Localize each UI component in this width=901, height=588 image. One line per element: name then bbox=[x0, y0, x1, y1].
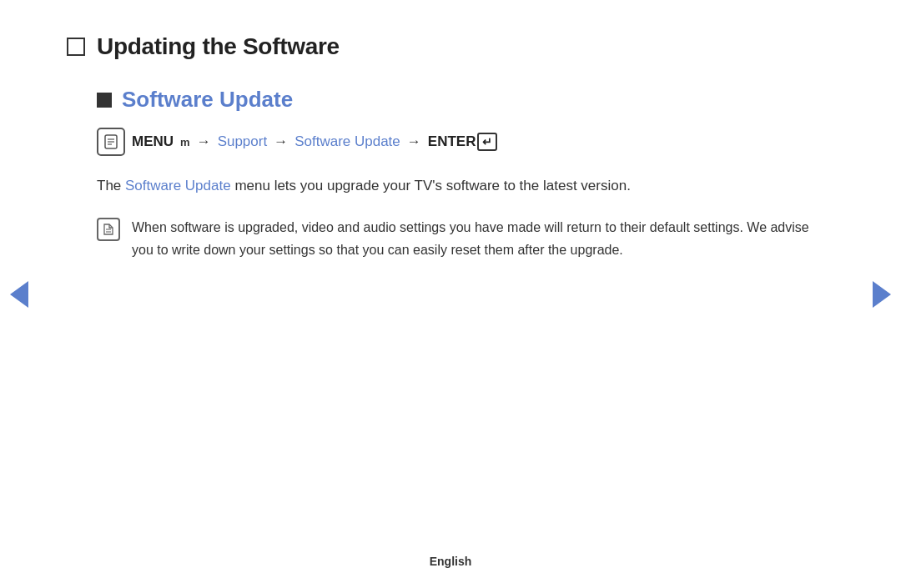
enter-icon: ↵ bbox=[477, 133, 497, 151]
arrow-3: → bbox=[407, 133, 421, 150]
section-heading: Software Update bbox=[97, 87, 834, 113]
next-page-arrow[interactable] bbox=[873, 281, 891, 308]
note-block: When software is upgraded, video and aud… bbox=[97, 217, 814, 261]
description-highlight: Software Update bbox=[125, 178, 231, 193]
page-container: Updating the Software Software Update ME… bbox=[0, 0, 901, 588]
arrow-1: → bbox=[197, 133, 211, 150]
note-icon bbox=[97, 218, 120, 241]
note-text: When software is upgraded, video and aud… bbox=[132, 217, 814, 261]
section: Software Update MENU m → Support → Softw… bbox=[97, 87, 834, 261]
footer-language: English bbox=[430, 555, 472, 568]
main-heading: Updating the Software bbox=[67, 33, 834, 60]
arrow-2: → bbox=[274, 133, 288, 150]
menu-path: MENU m → Support → Software Update → ENT… bbox=[97, 128, 834, 156]
checkbox-icon bbox=[67, 38, 85, 56]
section-square-icon bbox=[97, 93, 112, 108]
section-title: Software Update bbox=[122, 87, 293, 113]
enter-button-label: ENTER↵ bbox=[428, 133, 498, 151]
software-update-link: Software Update bbox=[294, 133, 400, 150]
menu-superscript: m bbox=[180, 136, 190, 148]
enter-text: ENTER bbox=[428, 133, 476, 150]
page-title: Updating the Software bbox=[97, 33, 340, 60]
previous-page-arrow[interactable] bbox=[10, 281, 28, 308]
menu-remote-icon bbox=[97, 128, 125, 156]
menu-label: MENU bbox=[132, 133, 174, 150]
support-link: Support bbox=[218, 133, 268, 150]
description-text: The Software Update menu lets you upgrad… bbox=[97, 174, 814, 197]
